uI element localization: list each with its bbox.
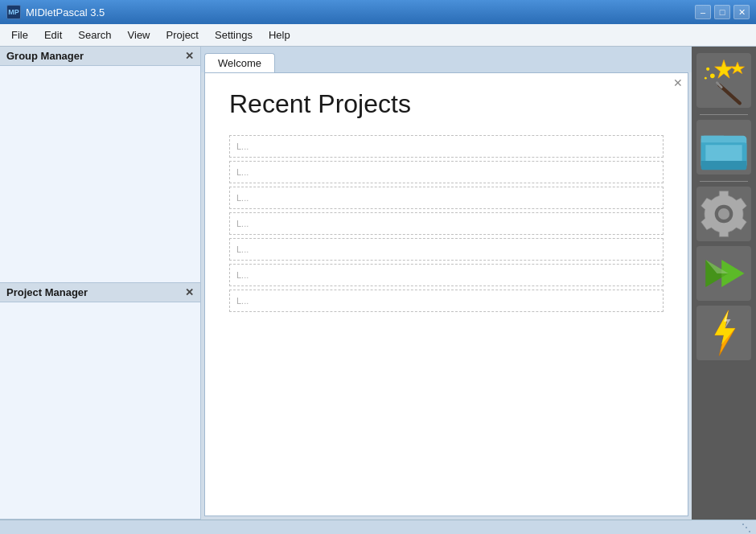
svg-point-5 (706, 68, 709, 71)
content-panel-close[interactable]: ✕ (673, 76, 683, 89)
title-bar-controls: – □ ✕ (695, 5, 750, 19)
group-manager-header: Group Manager ✕ (0, 47, 200, 66)
menu-settings[interactable]: Settings (207, 27, 261, 43)
arrow-icon (696, 246, 751, 301)
list-item[interactable]: L... (229, 161, 664, 183)
svg-point-9 (718, 208, 729, 220)
project-manager-header: Project Manager ✕ (0, 283, 200, 302)
left-panel: Group Manager ✕ Project Manager ✕ (0, 47, 201, 520)
tab-welcome[interactable]: Welcome (204, 53, 275, 72)
center-area: Welcome ✕ Recent Projects L... L... L...… (201, 47, 692, 520)
gear-icon (696, 187, 751, 241)
recent-projects-title: Recent Projects (229, 89, 664, 119)
list-item[interactable]: L... (229, 290, 664, 312)
menu-view[interactable]: View (120, 27, 158, 43)
project-manager-close[interactable]: ✕ (185, 286, 194, 298)
list-item[interactable]: L... (229, 212, 664, 235)
menu-bar: File Edit Search View Project Settings H… (0, 24, 756, 47)
app-title: MIDletPascal 3.5 (26, 6, 105, 18)
project-manager-title: Project Manager (6, 286, 88, 298)
list-item[interactable]: L... (229, 238, 664, 261)
svg-marker-0 (715, 60, 733, 79)
group-manager-title: Group Manager (6, 50, 84, 62)
group-manager-content (0, 66, 200, 282)
settings-button[interactable] (696, 187, 751, 241)
svg-point-6 (705, 77, 707, 80)
folder-icon (696, 120, 751, 175)
app-icon-label: MP (8, 8, 19, 16)
status-bar: ⋱ (0, 520, 756, 534)
tab-bar: Welcome (201, 47, 692, 72)
minimize-button[interactable]: – (695, 5, 711, 19)
svg-marker-1 (731, 62, 745, 73)
menu-file[interactable]: File (3, 27, 36, 43)
svg-line-3 (717, 83, 722, 88)
title-bar: MP MIDletPascal 3.5 – □ ✕ (0, 0, 756, 24)
svg-point-4 (710, 74, 715, 79)
project-manager-panel: Project Manager ✕ (0, 283, 200, 520)
toolbar-separator-1 (700, 114, 748, 115)
run-button[interactable] (696, 246, 751, 301)
menu-search[interactable]: Search (70, 27, 119, 43)
content-panel: ✕ Recent Projects L... L... L... L... L.… (204, 72, 688, 516)
menu-project[interactable]: Project (158, 27, 207, 43)
build-button[interactable] (696, 306, 751, 360)
magic-wand-button[interactable] (696, 53, 751, 108)
magic-wand-icon (696, 53, 751, 108)
menu-edit[interactable]: Edit (36, 27, 70, 43)
group-manager-close[interactable]: ✕ (185, 50, 194, 62)
project-manager-content (0, 302, 200, 519)
list-item[interactable]: L... (229, 187, 664, 209)
open-folder-button[interactable] (696, 120, 751, 175)
title-bar-left: MP MIDletPascal 3.5 (6, 5, 105, 19)
main-area: Group Manager ✕ Project Manager ✕ Welcom… (0, 47, 756, 520)
lightning-icon (696, 306, 751, 360)
right-toolbar (692, 47, 756, 520)
list-item[interactable]: L... (229, 264, 664, 286)
menu-help[interactable]: Help (261, 27, 298, 43)
maximize-button[interactable]: □ (714, 5, 730, 19)
project-list: L... L... L... L... L... L... L... (229, 135, 664, 312)
close-button[interactable]: ✕ (733, 5, 750, 19)
svg-marker-15 (715, 310, 736, 345)
app-icon: MP (6, 5, 21, 19)
content-inner: Recent Projects L... L... L... L... L...… (205, 73, 688, 516)
status-grip: ⋱ (742, 522, 751, 533)
tab-welcome-label: Welcome (218, 57, 261, 69)
toolbar-separator-2 (700, 181, 748, 182)
group-manager-panel: Group Manager ✕ (0, 47, 200, 283)
list-item[interactable]: L... (229, 135, 664, 158)
